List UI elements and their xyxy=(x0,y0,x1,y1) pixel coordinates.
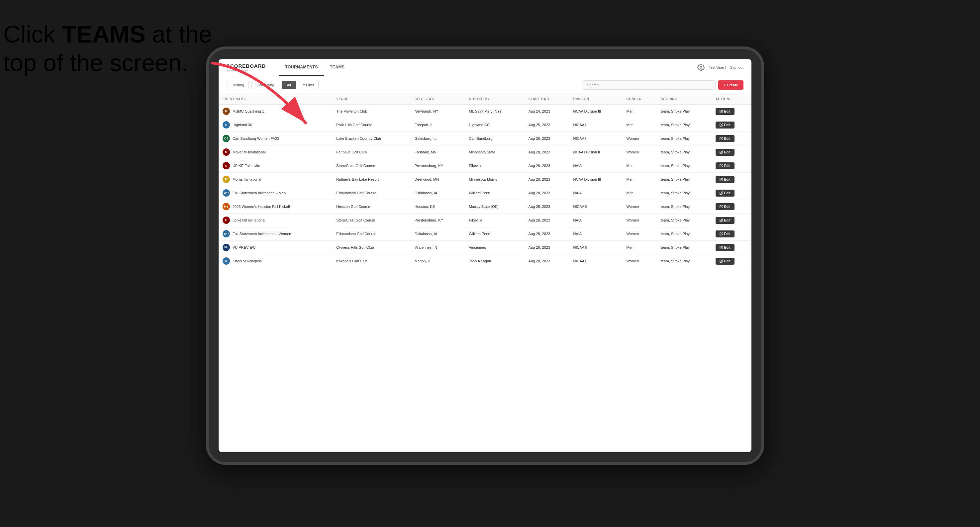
cell-scoring: team, Stroke Play xyxy=(657,146,711,159)
cell-venue: StoneCrest Golf Course xyxy=(332,214,410,227)
edit-button[interactable]: Edit xyxy=(716,190,735,197)
cell-start-date: Aug 26, 2023 xyxy=(525,132,570,146)
instruction-bold: TEAMS xyxy=(62,21,145,48)
cell-actions: Edit xyxy=(711,214,751,227)
cell-start-date: Aug 28, 2023 xyxy=(525,173,570,186)
cell-hosted-by: Pikeville xyxy=(465,159,524,173)
edit-icon xyxy=(719,137,723,140)
edit-icon xyxy=(719,219,723,222)
cell-city-state: Deerwood, MN xyxy=(410,173,465,186)
event-name-text: Klash at Kokopelli xyxy=(232,259,261,263)
cell-hosted-by: Mt. Saint Mary (NY) xyxy=(465,105,524,118)
edit-button[interactable]: Edit xyxy=(716,244,735,251)
cell-gender: Women xyxy=(622,132,657,146)
cell-hosted-by: Vincennes xyxy=(465,241,524,254)
edit-icon xyxy=(719,205,723,208)
cell-event-name: WP Fall Statesmen Invitational - Men xyxy=(219,186,332,200)
cell-gender: Men xyxy=(622,118,657,132)
cell-start-date: Aug 28, 2023 xyxy=(525,159,570,173)
cell-gender: Women xyxy=(622,254,657,268)
cell-hosted-by: Murray State (OK) xyxy=(465,200,524,214)
cell-city-state: Faribault, MN xyxy=(410,146,465,159)
cell-city-state: Galesburg, IL xyxy=(410,132,465,146)
edit-button[interactable]: Edit xyxy=(716,108,735,115)
event-name-text: VU PREVIEW xyxy=(232,245,256,249)
tournaments-table: EVENT NAME VENUE CITY, STATE HOSTED BY S… xyxy=(219,94,751,268)
event-name-text: Fall Statesmen Invitational - Women xyxy=(232,232,291,236)
all-filter-btn[interactable]: All xyxy=(282,81,296,89)
cell-event-name: CS Carl Sandburg Women FA23 xyxy=(219,132,332,146)
instruction-line1: Click xyxy=(3,21,62,48)
user-info: Test User | xyxy=(709,65,726,70)
tablet-frame: SCOREBOARD Powered by clippit TOURNAMENT… xyxy=(206,46,764,465)
cell-gender: Men xyxy=(622,241,657,254)
competing-filter-btn[interactable]: Competing xyxy=(251,81,279,89)
cell-division: NCAA Division III xyxy=(570,173,622,186)
cell-gender: Women xyxy=(622,214,657,227)
cell-scoring: team, Stroke Play xyxy=(657,241,711,254)
table-row: WP Fall Statesmen Invitational - Women E… xyxy=(219,227,751,241)
event-name-text: 2023 Women's Hesston Fall Kickoff xyxy=(232,205,290,208)
cell-scoring: team, Stroke Play xyxy=(657,105,711,118)
cell-venue: Hesston Golf Course xyxy=(332,200,410,214)
table-row: MS 2023 Women's Hesston Fall Kickoff Hes… xyxy=(219,200,751,214)
create-button[interactable]: + Create xyxy=(718,80,743,90)
cell-start-date: Aug 25, 2023 xyxy=(525,118,570,132)
tab-teams[interactable]: TEAMS xyxy=(324,59,351,76)
cell-start-date: Aug 28, 2023 xyxy=(525,186,570,200)
cell-scoring: team, Stroke Play xyxy=(657,159,711,173)
table-row: H Highland 36 Park Hills Golf Course Fre… xyxy=(219,118,751,132)
cell-event-name: U UPIKE Fall Invite xyxy=(219,159,332,173)
cell-city-state: Vincennes, IN xyxy=(410,241,465,254)
instruction-text: Click TEAMS at thetop of the screen. xyxy=(3,20,212,77)
cell-hosted-by: Highland CC xyxy=(465,118,524,132)
edit-button[interactable]: Edit xyxy=(716,230,735,237)
edit-button[interactable]: Edit xyxy=(716,162,735,169)
edit-button[interactable]: Edit xyxy=(716,258,735,265)
event-name-text: MSMC Qualifying 1 xyxy=(232,109,264,113)
cell-hosted-by: William Penn xyxy=(465,227,524,241)
cell-city-state: Prestonsburg, KY xyxy=(410,214,465,227)
edit-button[interactable]: Edit xyxy=(716,203,735,210)
edit-icon xyxy=(719,259,723,263)
edit-button[interactable]: Edit xyxy=(716,122,735,129)
cell-city-state: Freeport, IL xyxy=(410,118,465,132)
edit-button[interactable]: Edit xyxy=(716,176,735,183)
filter-icon-btn[interactable]: ≡ Filter xyxy=(299,81,318,89)
table-row: JL Klash at Kokopelli Kokopelli Golf Clu… xyxy=(219,254,751,268)
cell-start-date: Aug 28, 2023 xyxy=(525,214,570,227)
cell-venue: Edmundson Golf Course xyxy=(332,186,410,200)
search-input[interactable] xyxy=(583,80,716,90)
header-right: Test User | Sign out xyxy=(697,64,743,71)
gear-icon[interactable] xyxy=(697,64,705,71)
cell-venue: Cypress Hills Golf Club xyxy=(332,241,410,254)
cell-hosted-by: John A Logan xyxy=(465,254,524,268)
cell-event-name: WP Fall Statesmen Invitational - Women xyxy=(219,227,332,241)
edit-button[interactable]: Edit xyxy=(716,149,735,156)
cell-scoring: team, Stroke Play xyxy=(657,132,711,146)
edit-icon xyxy=(719,164,723,167)
cell-venue: StoneCrest Golf Course xyxy=(332,159,410,173)
team-logo: JL xyxy=(223,257,230,265)
hosting-filter-btn[interactable]: Hosting xyxy=(227,81,249,89)
cell-actions: Edit xyxy=(711,241,751,254)
col-scoring: SCORING xyxy=(657,94,711,105)
edit-button[interactable]: Edit xyxy=(716,135,735,142)
tab-tournaments[interactable]: TOURNAMENTS xyxy=(279,59,324,76)
team-logo: VU xyxy=(223,244,230,251)
cell-actions: Edit xyxy=(711,200,751,214)
col-division: DIVISION xyxy=(570,94,622,105)
logo-subtitle: Powered by clippit xyxy=(227,69,266,72)
cell-venue: The Powelton Club xyxy=(332,105,410,118)
edit-icon xyxy=(719,151,723,154)
table-row: M MSMC Qualifying 1 The Powelton Club Ne… xyxy=(219,105,751,118)
edit-button[interactable]: Edit xyxy=(716,217,735,224)
sign-out-link[interactable]: Sign out xyxy=(730,65,743,70)
edit-icon xyxy=(719,123,723,127)
tournaments-table-container: EVENT NAME VENUE CITY, STATE HOSTED BY S… xyxy=(219,94,751,451)
table-header: EVENT NAME VENUE CITY, STATE HOSTED BY S… xyxy=(219,94,751,105)
cell-hosted-by: Minnesota State xyxy=(465,146,524,159)
cell-actions: Edit xyxy=(711,105,751,118)
event-name-text: upike fall invitational xyxy=(232,218,265,222)
cell-city-state: Oskaloosa, IA xyxy=(410,227,465,241)
